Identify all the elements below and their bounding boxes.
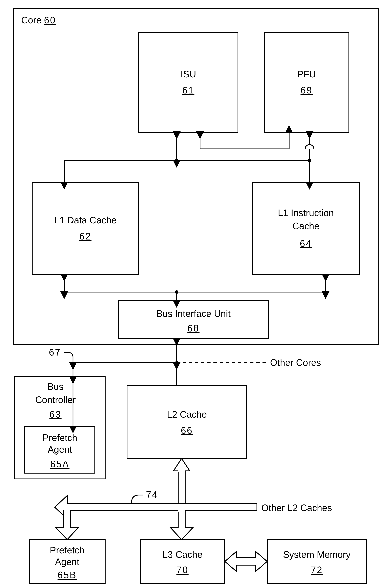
pfu-label: PFU: [297, 69, 316, 80]
diagram-root: Core 60 ISU 61 PFU 69 L1 Data Cache 62 L…: [0, 0, 392, 587]
l1d-num: 62: [79, 231, 92, 242]
biu-label: Bus Interface Unit: [156, 308, 231, 319]
biu-num: 68: [187, 323, 200, 334]
ref74-leader: [132, 495, 143, 504]
ref74: 74: [146, 490, 158, 500]
l2-num: 66: [181, 425, 193, 436]
pfa-l1: Prefetch: [42, 432, 77, 443]
isu-num: 61: [182, 85, 194, 96]
hollow-up-arrow: [174, 458, 190, 471]
svg-rect-1: [64, 504, 70, 512]
l1i-label2: Cache: [292, 221, 320, 231]
hollow-l3-sysmem: [225, 551, 267, 572]
pfb-l1: Prefetch: [50, 545, 84, 556]
sysmem-box: [267, 540, 366, 583]
bus-node-1: [175, 159, 178, 162]
pfb-l2: Agent: [55, 557, 79, 567]
isu-box: [139, 33, 238, 132]
hollow-down-left: [56, 511, 79, 540]
pfa-num: 65A: [50, 459, 70, 469]
l2-box: [127, 386, 247, 458]
ref67: 67: [49, 347, 61, 358]
l3-label: L3 Cache: [162, 549, 202, 560]
svg-rect-0: [178, 470, 185, 472]
pfb-num: 65B: [58, 570, 77, 580]
other-l2-label: Other L2 Caches: [261, 502, 332, 513]
l1i-label1: L1 Instruction: [278, 208, 334, 218]
l3-box: [140, 540, 225, 583]
l2-label: L2 Cache: [167, 409, 207, 420]
svg-rect-2: [178, 504, 185, 512]
busctl-l1: Bus: [48, 382, 64, 392]
ref67-leader: [64, 353, 73, 363]
pfu-box: [264, 33, 349, 132]
core-label: Core 60: [21, 15, 56, 26]
isu-label: ISU: [180, 69, 196, 80]
l1i-num: 64: [300, 238, 312, 249]
busctl-num: 63: [49, 409, 62, 420]
busctl-l2: Controller: [35, 394, 76, 405]
l3-num: 70: [176, 565, 188, 575]
pfu-num: 69: [300, 85, 312, 96]
pfa-l2: Agent: [48, 444, 72, 455]
l1d-label: L1 Data Cache: [54, 215, 117, 226]
sysmem-num: 72: [311, 565, 323, 575]
sysmem-label: System Memory: [283, 549, 350, 560]
other-cores-label: Other Cores: [270, 357, 321, 368]
l1d-box: [32, 182, 139, 274]
